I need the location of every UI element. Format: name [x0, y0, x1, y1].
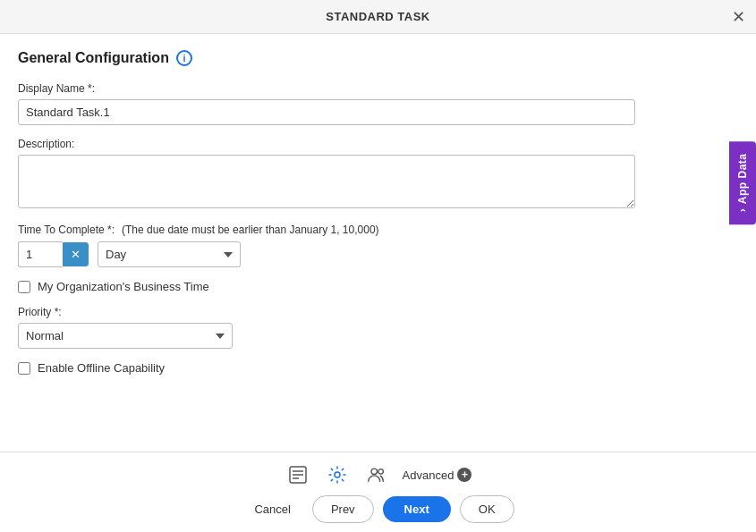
footer-icons-row: Advanced +: [14, 461, 742, 488]
offline-label[interactable]: Enable Offline Capability: [38, 361, 165, 375]
time-label-row: Time To Complete *: (The due date must b…: [18, 224, 738, 236]
offline-checkbox[interactable]: [18, 362, 30, 375]
cancel-button[interactable]: Cancel: [242, 496, 302, 522]
app-data-chevron-icon: ›: [736, 208, 749, 213]
svg-point-6: [378, 469, 383, 475]
advanced-label: Advanced: [403, 469, 454, 482]
section-title: General Configuration i: [18, 50, 738, 66]
app-data-label: App Data: [736, 154, 749, 205]
business-time-row: My Organization's Business Time: [18, 280, 738, 293]
advanced-plus-icon: +: [457, 468, 471, 482]
description-group: Description:: [18, 138, 738, 211]
settings-icon-button[interactable]: [324, 461, 351, 488]
footer-actions-row: Cancel Prev Next OK: [14, 495, 742, 523]
app-data-panel: › App Data: [729, 141, 756, 224]
priority-select[interactable]: Normal High Low: [18, 323, 233, 349]
description-label: Description:: [18, 138, 738, 150]
svg-point-5: [371, 469, 377, 474]
modal-footer: Advanced + Cancel Prev Next OK: [0, 452, 756, 532]
time-number-input[interactable]: [18, 241, 63, 267]
priority-group: Priority *: Normal High Low: [18, 306, 738, 349]
time-clear-button[interactable]: ✕: [63, 242, 89, 266]
app-data-tab-button[interactable]: › App Data: [729, 141, 756, 224]
time-note: (The due date must be earlier than Janua…: [122, 224, 379, 236]
close-button[interactable]: ✕: [732, 9, 745, 25]
priority-label: Priority *:: [18, 306, 738, 318]
time-label: Time To Complete *:: [18, 224, 115, 236]
info-icon[interactable]: i: [176, 50, 192, 66]
time-number-group: ✕: [18, 241, 89, 267]
svg-point-4: [335, 472, 340, 477]
ok-button[interactable]: OK: [460, 495, 514, 523]
modal-title: STANDARD TASK: [326, 10, 430, 23]
form-icon-button[interactable]: [285, 461, 311, 488]
time-to-complete-section: Time To Complete *: (The due date must b…: [18, 224, 738, 267]
advanced-button[interactable]: Advanced +: [403, 468, 472, 482]
modal-body: General Configuration i Display Name *: …: [0, 34, 756, 452]
prev-button[interactable]: Prev: [312, 495, 374, 523]
display-name-group: Display Name *:: [18, 82, 738, 125]
next-button[interactable]: Next: [383, 496, 451, 522]
description-input[interactable]: [18, 155, 635, 208]
modal-header: STANDARD TASK ✕: [0, 0, 756, 34]
time-input-row: ✕ Day Week Month: [18, 241, 738, 267]
business-time-label[interactable]: My Organization's Business Time: [38, 280, 209, 293]
modal: STANDARD TASK ✕ General Configuration i …: [0, 0, 756, 532]
section-title-text: General Configuration: [18, 50, 169, 66]
offline-row: Enable Offline Capability: [18, 361, 738, 375]
display-name-input[interactable]: [18, 99, 635, 125]
people-icon-button[interactable]: [363, 461, 390, 488]
time-unit-select[interactable]: Day Week Month: [98, 241, 241, 267]
business-time-checkbox[interactable]: [18, 281, 30, 293]
display-name-label: Display Name *:: [18, 82, 738, 95]
